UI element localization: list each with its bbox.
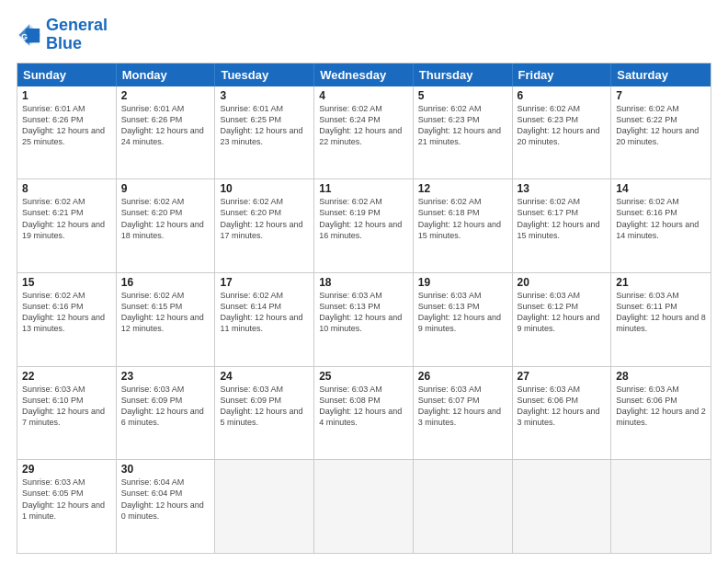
calendar-header: SundayMondayTuesdayWednesdayThursdayFrid… [17, 63, 711, 86]
day-cell-6: 6Sunrise: 6:02 AMSunset: 6:23 PMDaylight… [513, 86, 612, 179]
day-number: 10 [220, 182, 309, 195]
cell-info-line: Sunrise: 6:03 AM [121, 384, 210, 395]
cell-info-line: Sunrise: 6:02 AM [616, 196, 706, 207]
cell-info-line: Daylight: 12 hours and 16 minutes. [319, 219, 408, 241]
day-cell-20: 20Sunrise: 6:03 AMSunset: 6:12 PMDayligh… [513, 273, 612, 366]
day-number: 30 [121, 463, 210, 476]
cell-info-line: Sunset: 6:20 PM [220, 207, 309, 218]
day-cell-22: 22Sunrise: 6:03 AMSunset: 6:10 PMDayligh… [17, 367, 117, 460]
cell-info-line: Daylight: 12 hours and 8 minutes. [616, 312, 706, 334]
cell-info-line: Sunset: 6:05 PM [22, 488, 111, 499]
cell-info-line: Sunset: 6:09 PM [220, 395, 309, 406]
day-cell-1: 1Sunrise: 6:01 AMSunset: 6:26 PMDaylight… [17, 86, 117, 179]
cell-info-line: Sunset: 6:14 PM [220, 301, 309, 312]
cell-info-line: Sunrise: 6:02 AM [220, 196, 309, 207]
cell-info-line: Daylight: 12 hours and 10 minutes. [319, 312, 408, 334]
cell-info-line: Sunset: 6:17 PM [518, 207, 607, 218]
cell-info-line: Sunrise: 6:01 AM [220, 103, 309, 114]
svg-text:G: G [21, 32, 28, 41]
cell-info-line: Sunrise: 6:02 AM [22, 290, 111, 301]
day-number: 8 [22, 182, 111, 195]
logo-text: General Blue [46, 17, 108, 53]
cell-info-line: Sunrise: 6:03 AM [418, 384, 507, 395]
cell-info-line: Sunset: 6:16 PM [22, 301, 111, 312]
cell-info-line: Sunset: 6:19 PM [319, 207, 408, 218]
day-cell-4: 4Sunrise: 6:02 AMSunset: 6:24 PMDaylight… [314, 86, 414, 179]
day-number: 2 [121, 89, 210, 102]
cell-info-line: Sunset: 6:13 PM [319, 301, 408, 312]
cell-info-line: Daylight: 12 hours and 6 minutes. [121, 406, 210, 428]
day-cell-5: 5Sunrise: 6:02 AMSunset: 6:23 PMDaylight… [414, 86, 513, 179]
cell-info-line: Daylight: 12 hours and 19 minutes. [22, 219, 111, 241]
header-day-wednesday: Wednesday [314, 63, 414, 86]
day-number: 11 [319, 182, 408, 195]
day-cell-30: 30Sunrise: 6:04 AMSunset: 6:04 PMDayligh… [117, 460, 216, 553]
header-day-thursday: Thursday [414, 63, 513, 86]
cell-info-line: Sunset: 6:10 PM [22, 395, 111, 406]
cell-info-line: Sunrise: 6:03 AM [616, 290, 706, 301]
cell-info-line: Sunset: 6:18 PM [418, 207, 507, 218]
logo: G General Blue [17, 17, 108, 53]
cell-info-line: Sunset: 6:22 PM [616, 114, 706, 125]
cell-info-line: Daylight: 12 hours and 7 minutes. [22, 406, 111, 428]
cell-info-line: Sunset: 6:07 PM [418, 395, 507, 406]
cell-info-line: Daylight: 12 hours and 20 minutes. [616, 125, 706, 147]
cell-info-line: Daylight: 12 hours and 2 minutes. [616, 406, 706, 428]
cell-info-line: Sunrise: 6:03 AM [319, 290, 408, 301]
day-cell-8: 8Sunrise: 6:02 AMSunset: 6:21 PMDaylight… [17, 179, 117, 272]
cell-info-line: Sunrise: 6:03 AM [616, 384, 706, 395]
cell-info-line: Sunset: 6:16 PM [616, 207, 706, 218]
day-number: 5 [418, 89, 507, 102]
day-number: 28 [616, 370, 706, 383]
cell-info-line: Sunset: 6:04 PM [121, 488, 210, 499]
calendar-row-4: 29Sunrise: 6:03 AMSunset: 6:05 PMDayligh… [17, 459, 711, 553]
cell-info-line: Sunrise: 6:03 AM [518, 290, 607, 301]
cell-info-line: Sunset: 6:24 PM [319, 114, 408, 125]
day-number: 22 [22, 370, 111, 383]
day-number: 7 [616, 89, 706, 102]
day-cell-26: 26Sunrise: 6:03 AMSunset: 6:07 PMDayligh… [414, 367, 513, 460]
cell-info-line: Sunset: 6:09 PM [121, 395, 210, 406]
empty-cell [414, 460, 513, 553]
cell-info-line: Sunrise: 6:02 AM [418, 196, 507, 207]
page: G General Blue SundayMondayTuesdayWednes… [0, 0, 728, 563]
cell-info-line: Sunset: 6:15 PM [121, 301, 210, 312]
day-cell-16: 16Sunrise: 6:02 AMSunset: 6:15 PMDayligh… [117, 273, 216, 366]
header: G General Blue [17, 17, 711, 53]
day-cell-21: 21Sunrise: 6:03 AMSunset: 6:11 PMDayligh… [611, 273, 711, 366]
cell-info-line: Daylight: 12 hours and 3 minutes. [418, 406, 507, 428]
cell-info-line: Sunrise: 6:02 AM [518, 103, 607, 114]
day-cell-29: 29Sunrise: 6:03 AMSunset: 6:05 PMDayligh… [17, 460, 117, 553]
day-number: 6 [518, 89, 607, 102]
day-cell-12: 12Sunrise: 6:02 AMSunset: 6:18 PMDayligh… [414, 179, 513, 272]
cell-info-line: Sunrise: 6:02 AM [22, 196, 111, 207]
header-day-friday: Friday [513, 63, 612, 86]
header-day-sunday: Sunday [17, 63, 117, 86]
cell-info-line: Daylight: 12 hours and 23 minutes. [220, 125, 309, 147]
cell-info-line: Sunrise: 6:03 AM [22, 477, 111, 488]
day-number: 1 [22, 89, 111, 102]
cell-info-line: Sunrise: 6:03 AM [22, 384, 111, 395]
cell-info-line: Daylight: 12 hours and 11 minutes. [220, 312, 309, 334]
day-number: 12 [418, 182, 507, 195]
cell-info-line: Sunrise: 6:02 AM [220, 290, 309, 301]
day-number: 24 [220, 370, 309, 383]
cell-info-line: Sunrise: 6:03 AM [418, 290, 507, 301]
cell-info-line: Sunrise: 6:03 AM [518, 384, 607, 395]
cell-info-line: Daylight: 12 hours and 9 minutes. [418, 312, 507, 334]
day-cell-23: 23Sunrise: 6:03 AMSunset: 6:09 PMDayligh… [117, 367, 216, 460]
day-cell-18: 18Sunrise: 6:03 AMSunset: 6:13 PMDayligh… [314, 273, 414, 366]
cell-info-line: Sunset: 6:08 PM [319, 395, 408, 406]
day-cell-11: 11Sunrise: 6:02 AMSunset: 6:19 PMDayligh… [314, 179, 414, 272]
cell-info-line: Sunset: 6:26 PM [121, 114, 210, 125]
cell-info-line: Sunrise: 6:01 AM [22, 103, 111, 114]
cell-info-line: Sunset: 6:23 PM [418, 114, 507, 125]
cell-info-line: Daylight: 12 hours and 17 minutes. [220, 219, 309, 241]
day-number: 9 [121, 182, 210, 195]
calendar-row-0: 1Sunrise: 6:01 AMSunset: 6:26 PMDaylight… [17, 86, 711, 179]
cell-info-line: Daylight: 12 hours and 18 minutes. [121, 219, 210, 241]
day-number: 25 [319, 370, 408, 383]
day-cell-9: 9Sunrise: 6:02 AMSunset: 6:20 PMDaylight… [117, 179, 216, 272]
cell-info-line: Sunrise: 6:02 AM [319, 196, 408, 207]
day-number: 16 [121, 276, 210, 289]
